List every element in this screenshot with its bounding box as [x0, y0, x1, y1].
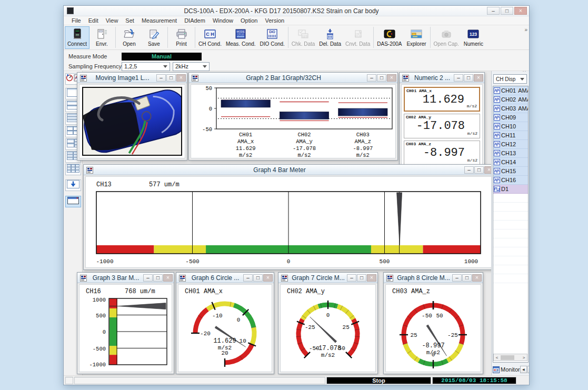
app-titlebar[interactable]: DCS-100A - EDX-200A - KFG D17 20150807.K…: [64, 6, 529, 16]
close-button[interactable]: ×: [176, 74, 186, 82]
menu-window[interactable]: Window: [209, 17, 237, 24]
meas-cond-button[interactable]: MODECH:10Meas. Cond.: [224, 26, 258, 49]
menu-measurement[interactable]: Measurement: [138, 17, 181, 24]
sampling-frequency-select[interactable]: 2kHz: [173, 62, 210, 71]
layout-3x3-button[interactable]: [65, 164, 81, 175]
open-cap-button[interactable]: Open Cap.: [432, 26, 461, 49]
menu-file[interactable]: File: [68, 17, 85, 24]
window-titlebar[interactable]: Graph 7 Circle M... – □ ×: [278, 273, 377, 283]
numeric-cell[interactable]: CH01 AMA_x11.629m/s2: [404, 87, 480, 112]
window-titlebar[interactable]: Numeric 2 ... – □ ×: [400, 73, 484, 83]
numeric-cell[interactable]: CH02 AMA_y-17.078m/s2: [404, 114, 480, 138]
maximize-button[interactable]: □: [462, 274, 472, 282]
numeric-cell[interactable]: CH03 AMA_z-8.997m/s2: [404, 141, 480, 165]
dio-cond-button[interactable]: DIODIO Cond.: [258, 26, 287, 49]
channel-item-ch03[interactable]: CH03AMA: [493, 104, 528, 113]
explorer-button[interactable]: Explorer: [404, 26, 429, 49]
maximize-button[interactable]: □: [253, 274, 263, 282]
svg-text:m/s2: m/s2: [239, 152, 252, 158]
circle-meter-content: CH01 AMA_x-20-100102011.629m/s2: [178, 284, 272, 372]
cnvt-data-button[interactable]: CNVTEXCELCnvt. Data: [343, 26, 372, 49]
del-data-button[interactable]: Del. Data: [317, 26, 343, 49]
sampling-range-select[interactable]: 1,2,5: [122, 62, 170, 71]
channel-item-ch14[interactable]: CH14: [493, 158, 528, 167]
maximize-button[interactable]: □: [464, 74, 473, 82]
ch-cond-button[interactable]: C HCH Cond.: [196, 26, 224, 49]
close-button[interactable]: ×: [387, 74, 396, 82]
panel-close-icon[interactable]: ×: [521, 71, 527, 73]
window-layout-button[interactable]: [65, 196, 81, 207]
circle-meter-content: CH03 AMA_z-25025-5050-8.997m/s2: [385, 284, 481, 372]
chk-data-button[interactable]: 123Chk. Data: [290, 26, 317, 49]
close-button[interactable]: ×: [367, 274, 376, 282]
display-mode-select[interactable]: CH Disp: [493, 74, 527, 84]
maximize-button[interactable]: □: [357, 274, 366, 282]
menu-version[interactable]: Version: [261, 17, 288, 24]
deldata-icon: [323, 28, 337, 41]
menu-edit[interactable]: Edit: [85, 17, 102, 24]
channel-item-ch15[interactable]: CH15: [493, 167, 528, 176]
envr-button[interactable]: Envr.: [89, 26, 114, 49]
minimize-button[interactable]: –: [452, 274, 462, 282]
svg-text:0: 0: [237, 317, 241, 323]
tab-next-button[interactable]: ▶: [527, 366, 529, 373]
minimize-button[interactable]: –: [367, 74, 376, 82]
horizontal-scrollbar[interactable]: < >: [493, 354, 527, 361]
channel-item-ch02[interactable]: CH02AMA: [493, 95, 528, 104]
tab-prev-button[interactable]: ◀: [520, 366, 527, 373]
minimize-button[interactable]: –: [464, 166, 474, 174]
window-title: Moving Image1 L...: [88, 74, 156, 82]
svg-text:m/s2: m/s2: [218, 345, 232, 351]
channel-item-ch13[interactable]: CH13: [493, 149, 528, 158]
maximize-button[interactable]: □: [377, 74, 386, 82]
menu-option[interactable]: Option: [237, 17, 261, 24]
das-200a-button[interactable]: DAS-200A: [375, 26, 404, 49]
menu-view[interactable]: View: [102, 17, 122, 24]
window-titlebar[interactable]: Graph 2 Bar 1Graph/32CH – □ ×: [189, 73, 397, 83]
numeric-value: -17.078: [416, 119, 465, 133]
scroll-right-icon[interactable]: >: [521, 355, 527, 360]
close-button[interactable]: ×: [263, 274, 273, 282]
window-titlebar[interactable]: Graph 8 Circle M... – □ ×: [384, 273, 483, 283]
minimize-button[interactable]: –: [156, 74, 166, 82]
monitor-tab[interactable]: Monitor ◀ ▶: [492, 364, 529, 375]
minimize-button[interactable]: –: [454, 74, 463, 82]
save-button[interactable]: Save: [142, 26, 166, 49]
minimize-button[interactable]: –: [347, 274, 356, 282]
maximize-button[interactable]: □: [501, 7, 513, 15]
maximize-button[interactable]: □: [166, 74, 176, 82]
channel-item-ch01[interactable]: CH01AMA: [493, 86, 528, 95]
channel-item-ch10[interactable]: CH10: [493, 122, 528, 131]
maximize-button[interactable]: □: [153, 274, 163, 282]
window-titlebar[interactable]: Graph 4 Bar Meter – □ ×: [84, 165, 495, 175]
close-button[interactable]: ×: [474, 74, 483, 82]
window-titlebar[interactable]: Graph 3 Bar M... – □ ×: [77, 273, 174, 283]
numeric-button[interactable]: 123Numeric: [461, 26, 486, 49]
toolbar-button-label: Meas. Cond.: [226, 41, 256, 47]
channel-item-ch11[interactable]: CH11: [493, 131, 528, 140]
menu-diadem[interactable]: DIAdem: [181, 17, 209, 24]
close-button[interactable]: ×: [472, 274, 482, 282]
channel-item-d1[interactable]: D1: [493, 185, 528, 194]
window-titlebar[interactable]: Graph 6 Circle ... – □ ×: [176, 273, 274, 283]
scrollbar-thumb[interactable]: [501, 355, 514, 360]
close-button[interactable]: ×: [163, 274, 173, 282]
window-titlebar[interactable]: Moving Image1 L... – □ ×: [77, 73, 187, 83]
menu-set[interactable]: Set: [122, 17, 138, 24]
toolbar-overflow[interactable]: »: [524, 27, 527, 33]
print-button[interactable]: Print: [169, 26, 194, 49]
minimize-button[interactable]: –: [143, 274, 153, 282]
connect-button[interactable]: Connect: [65, 26, 89, 49]
channel-item-ch09[interactable]: CH09: [493, 113, 528, 122]
tile-windows-button[interactable]: [65, 179, 81, 191]
svg-text:-25: -25: [447, 332, 458, 338]
open-button[interactable]: Open: [117, 26, 142, 49]
maximize-button[interactable]: □: [474, 166, 484, 174]
window-icon: [86, 166, 93, 173]
minimize-button[interactable]: –: [243, 274, 253, 282]
channel-item-ch12[interactable]: CH12: [493, 140, 528, 149]
minimize-button[interactable]: –: [487, 7, 500, 15]
channel-item-ch16[interactable]: CH16: [493, 176, 528, 185]
scroll-left-icon[interactable]: <: [494, 355, 500, 360]
close-button[interactable]: ×: [514, 7, 527, 15]
